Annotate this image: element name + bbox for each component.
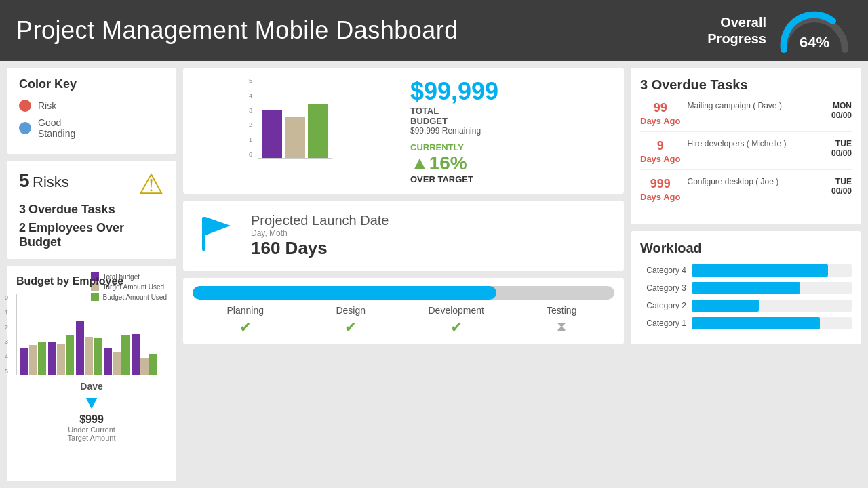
workload-row-cat2: Category 2 bbox=[640, 300, 852, 312]
bar-group-1 bbox=[20, 342, 46, 375]
gauge: 64% bbox=[777, 9, 852, 53]
progress-fill bbox=[193, 286, 496, 300]
overall-progress: OverallProgress 64% bbox=[707, 9, 852, 53]
days-ago-3: 999 Days Ago bbox=[640, 177, 680, 202]
risk-dot bbox=[19, 100, 31, 112]
bar-group-2 bbox=[48, 336, 74, 375]
dave-name: Dave bbox=[16, 381, 167, 392]
launch-days: 160 Days bbox=[251, 238, 389, 259]
risks-info: 5 Risks bbox=[19, 170, 69, 192]
checkmark-design: ✔ bbox=[298, 319, 404, 336]
overdue-title-text: Overdue Tasks bbox=[652, 77, 748, 92]
phase-planning-name: Planning bbox=[193, 305, 298, 316]
launch-title: Projected Launch Date bbox=[251, 213, 389, 228]
workload-label-cat2: Category 2 bbox=[640, 301, 686, 310]
budget-remaining: $99,999 Remaining bbox=[410, 126, 614, 136]
middle-column: 012345 $99,999 TOTALBUDGET $99,999 Remai… bbox=[183, 68, 624, 481]
workload-label-cat4: Category 4 bbox=[640, 266, 686, 275]
workload-label-cat1: Category 1 bbox=[640, 319, 686, 328]
budget-bar-3 bbox=[308, 104, 328, 158]
bar-purple-4 bbox=[104, 348, 112, 375]
checkmark-development: ✔ bbox=[403, 319, 509, 336]
bar-purple-3 bbox=[76, 321, 84, 375]
bar-tan-4 bbox=[113, 352, 121, 375]
bar-purple-5 bbox=[132, 334, 140, 375]
bar-tan-2 bbox=[57, 344, 65, 375]
workload-row-cat3: Category 3 bbox=[640, 282, 852, 294]
workload-fill-cat4 bbox=[692, 264, 828, 277]
right-column: 3 Overdue Tasks 99 Days Ago Mailing camp… bbox=[631, 68, 861, 481]
bar-tan-5 bbox=[140, 358, 149, 375]
budget-chart: 012345 bbox=[258, 77, 332, 159]
bar-green-3 bbox=[94, 338, 102, 375]
overdue-row-3: 999 Days Ago Configure desktop ( Joe ) T… bbox=[640, 177, 852, 207]
bar-group-5 bbox=[132, 334, 157, 375]
workload-track-cat2 bbox=[692, 300, 852, 312]
total-budget-card: 012345 $99,999 TOTALBUDGET $99,999 Remai… bbox=[183, 68, 624, 194]
dave-section: Dave ▼ $999 Under CurrentTarget Amount bbox=[16, 381, 167, 442]
phase-development: Development ✔ bbox=[403, 305, 509, 336]
bar-green-4 bbox=[121, 336, 130, 375]
left-column: Color Key Risk GoodStanding 5 Risks ⚠ 3 … bbox=[7, 68, 176, 481]
bar-group-3 bbox=[76, 321, 102, 375]
launch-date-label: Day, Moth bbox=[251, 228, 389, 238]
workload-track-cat3 bbox=[692, 282, 852, 294]
bar-purple-2 bbox=[48, 342, 56, 375]
workload-fill-cat1 bbox=[692, 317, 820, 329]
progress-track bbox=[193, 286, 614, 300]
overdue-tasks-stat: 3 Overdue Tasks bbox=[19, 203, 164, 217]
over-budget-count: 2 bbox=[19, 221, 26, 235]
budget-percent: ▲16% bbox=[410, 152, 614, 174]
svg-rect-0 bbox=[202, 217, 205, 251]
phase-testing-name: Testing bbox=[509, 305, 615, 316]
phases-card: Planning ✔ Design ✔ Development ✔ Testin… bbox=[183, 278, 624, 344]
workload-row-cat4: Category 4 bbox=[640, 264, 852, 277]
progress-label: OverallProgress bbox=[707, 14, 766, 47]
workload-title: Workload bbox=[640, 241, 852, 256]
workload-track-cat4 bbox=[692, 264, 852, 277]
task-desc-3: Configure desktop ( Joe ) bbox=[687, 177, 824, 186]
risks-count: 5 bbox=[19, 170, 30, 191]
bar-tan-1 bbox=[29, 345, 37, 375]
task-day-2: TUE 00/00 bbox=[831, 139, 852, 158]
budget-over-target: OVER TARGET bbox=[410, 174, 614, 184]
color-key-title: Color Key bbox=[19, 77, 164, 92]
over-budget-stat: 2 Employees Over Budget bbox=[19, 221, 164, 249]
task-day-3: TUE 00/00 bbox=[831, 177, 852, 196]
launch-info: Projected Launch Date Day, Moth 160 Days bbox=[251, 213, 389, 259]
overdue-tasks-card: 3 Overdue Tasks 99 Days Ago Mailing camp… bbox=[631, 68, 861, 224]
bar-group-4 bbox=[104, 336, 130, 375]
svg-marker-1 bbox=[205, 217, 231, 235]
overdue-row-1: 99 Days Ago Mailing campaign ( Dave ) MO… bbox=[640, 101, 852, 132]
header: Project Management Mobile Dashboard Over… bbox=[0, 0, 868, 61]
budget-currently: CURRENTLY bbox=[410, 142, 614, 152]
bar-green-2 bbox=[66, 336, 74, 375]
workload-fill-cat3 bbox=[692, 282, 800, 294]
risks-card: 5 Risks ⚠ 3 Overdue Tasks 2 Employees Ov… bbox=[7, 161, 176, 259]
flag-icon bbox=[197, 214, 237, 258]
budget-bar-chart: 543210 bbox=[16, 294, 91, 375]
overdue-count: 3 bbox=[19, 203, 26, 216]
dave-arrow-icon: ▼ bbox=[16, 392, 167, 413]
color-key-card: Color Key Risk GoodStanding bbox=[7, 68, 176, 154]
bar-purple-1 bbox=[20, 348, 28, 375]
key-label-risk: Risk bbox=[38, 100, 56, 111]
gauge-percent: 64% bbox=[800, 34, 829, 52]
task-desc-1: Mailing campaign ( Dave ) bbox=[687, 101, 824, 110]
risks-header: 5 Risks ⚠ bbox=[19, 170, 164, 199]
days-ago-1: 99 Days Ago bbox=[640, 101, 680, 126]
risks-label: Risks bbox=[33, 174, 69, 190]
hourglass-testing: ⧗ bbox=[509, 319, 615, 334]
budget-bar-1 bbox=[262, 110, 282, 158]
phase-development-name: Development bbox=[403, 305, 509, 316]
task-day-1: MON 00/00 bbox=[831, 101, 852, 120]
checkmark-planning: ✔ bbox=[193, 319, 298, 336]
workload-card: Workload Category 4 Category 3 Category … bbox=[631, 231, 861, 344]
bar-tan-3 bbox=[85, 337, 93, 375]
warning-icon: ⚠ bbox=[138, 170, 164, 199]
phase-design-name: Design bbox=[298, 305, 404, 316]
workload-label-cat3: Category 3 bbox=[640, 283, 686, 293]
budget-amount: $99,999 bbox=[410, 77, 614, 106]
key-label-good: GoodStanding bbox=[38, 117, 75, 139]
key-item-good: GoodStanding bbox=[19, 117, 164, 139]
